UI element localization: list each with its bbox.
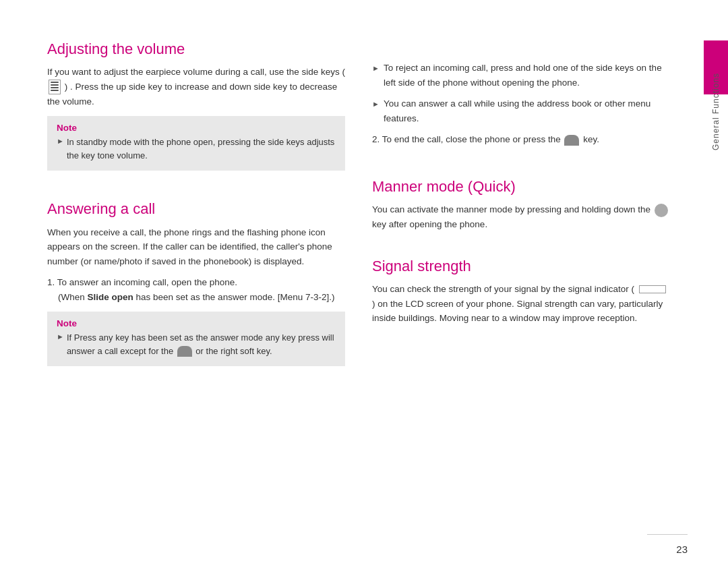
section-manner-mode: Manner mode (Quick) You can activate the… <box>372 178 670 232</box>
side-keys-icon <box>49 80 61 94</box>
numbered-item-2: 2. To end the call, close the phone or p… <box>372 132 670 147</box>
section-adjusting-volume: Adjusting the volume If you want to adju… <box>47 40 345 181</box>
numbered-item-1: 1. To answer an incoming call, open the … <box>47 275 345 304</box>
section-title-signal-strength: Signal strength <box>372 258 670 275</box>
note-arrow-icon-1: ► <box>57 137 64 145</box>
bullet-item-1: ► To reject an incoming call, press and … <box>372 61 670 90</box>
right-column: ► To reject an incoming call, press and … <box>372 40 670 555</box>
note-box-1: Note ► In standby mode with the phone op… <box>47 116 345 171</box>
page-divider <box>647 534 688 535</box>
note-body-2: If Press any key has been set as the ans… <box>67 331 336 358</box>
main-content: Adjusting the volume If you want to adju… <box>0 0 704 582</box>
end-call-icon-note <box>177 346 192 357</box>
icon-line-1 <box>51 82 59 83</box>
section-body-adjusting-volume: If you want to adjust the earpiece volum… <box>47 65 345 109</box>
section-title-manner-mode: Manner mode (Quick) <box>372 178 670 196</box>
section-body-answering-call: When you receive a call, the phone rings… <box>47 225 345 269</box>
page-container: Adjusting the volume If you want to adju… <box>0 0 728 582</box>
icon-line-2 <box>51 84 59 86</box>
note-box-2: Note ► If Press any key has been set as … <box>47 312 345 366</box>
icon-lines <box>51 82 59 91</box>
note-item-1: ► In standby mode with the phone open, p… <box>57 136 336 163</box>
bullet-text-2: You can answer a call while using the ad… <box>384 96 670 125</box>
icon-line-3 <box>51 87 59 88</box>
section-body-signal-strength: You can check the strength of your signa… <box>372 282 670 326</box>
section-title-adjusting-volume: Adjusting the volume <box>47 40 345 58</box>
section-title-answering-call: Answering a call <box>47 200 345 218</box>
manner-key-icon <box>655 204 668 217</box>
slide-open-text: Slide open <box>88 292 133 302</box>
bullet-arrow-2: ► <box>372 98 380 111</box>
bullet-item-2: ► You can answer a call while using the … <box>372 96 670 125</box>
bullet-text-1: To reject an incoming call, press and ho… <box>384 61 670 90</box>
signal-indicator-icon <box>639 285 666 293</box>
note-arrow-icon-2: ► <box>57 332 64 341</box>
section-answering-call: Answering a call When you receive a call… <box>47 200 345 377</box>
sidebar-label: General Functions <box>704 40 728 243</box>
note-item-2: ► If Press any key has been set as the a… <box>57 331 336 358</box>
sidebar: General Functions <box>704 0 728 582</box>
note-title-2: Note <box>57 318 336 328</box>
bullet-arrow-1: ► <box>372 63 380 75</box>
section-signal-strength: Signal strength You can check the streng… <box>372 258 670 326</box>
section-body-manner-mode: You can activate the manner mode by pres… <box>372 202 670 231</box>
page-number: 23 <box>676 544 688 555</box>
left-column: Adjusting the volume If you want to adju… <box>47 40 345 555</box>
numbered-item-1-sub: (When Slide open has been set as the ans… <box>58 290 345 305</box>
section-bullets: ► To reject an incoming call, press and … <box>372 61 670 152</box>
end-call-key-icon <box>564 135 579 146</box>
icon-line-4 <box>51 90 59 91</box>
note-body-1: In standby mode with the phone open, pre… <box>67 136 336 163</box>
note-title-1: Note <box>57 123 336 133</box>
